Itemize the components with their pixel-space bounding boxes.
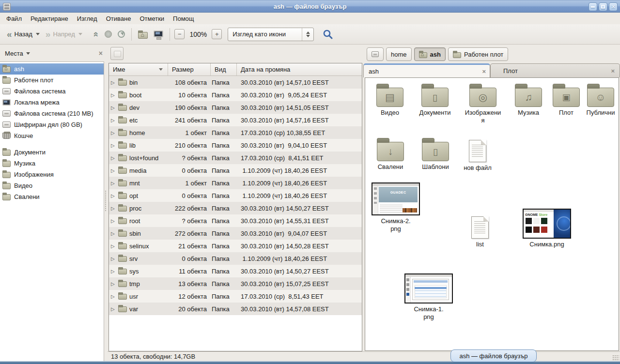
minimize-button[interactable]: [589, 2, 597, 11]
path-button-ash[interactable]: ash: [414, 47, 446, 61]
expander-icon[interactable]: ▷: [111, 143, 116, 148]
expander-icon[interactable]: ▷: [111, 118, 116, 123]
expander-icon[interactable]: ▷: [111, 206, 116, 211]
table-row[interactable]: ▷ srv 0 обекта Папка 1.10.2009 (чт) 18,4…: [109, 252, 362, 265]
menu-bookmarks[interactable]: Отметки: [135, 14, 169, 24]
home-button[interactable]: [135, 28, 151, 41]
expander-icon[interactable]: ▷: [111, 218, 116, 224]
column-header-type[interactable]: Вид: [211, 63, 237, 76]
expander-icon[interactable]: ▷: [111, 105, 116, 110]
column-header-name[interactable]: Име: [109, 63, 168, 76]
file-item-snimka-2[interactable]: GUADEC Снимка-2.png: [369, 182, 422, 233]
folder-item-video[interactable]: Видео: [371, 83, 409, 117]
expander-icon[interactable]: ▷: [111, 256, 116, 261]
expander-icon[interactable]: ▷: [111, 181, 116, 186]
maximize-button[interactable]: [599, 2, 607, 11]
table-row[interactable]: ▷ selinux 21 обекта Папка 30.03.2010 (вт…: [109, 240, 362, 252]
sidebar-item[interactable]: Работен плот: [0, 75, 104, 86]
menu-go[interactable]: Отиване: [102, 14, 136, 24]
sidebar-item[interactable]: Музика: [0, 158, 104, 169]
up-button[interactable]: «: [91, 29, 102, 40]
stop-button[interactable]: [102, 29, 115, 40]
table-row[interactable]: ▷ boot 10 обекта Папка 30.03.2010 (вт) 9…: [109, 89, 362, 101]
close-tab-icon[interactable]: ×: [611, 67, 615, 75]
path-button-home[interactable]: home: [386, 47, 412, 61]
folder-item-downloads[interactable]: Свалени: [369, 137, 412, 171]
folder-item-desktop[interactable]: Плот: [551, 83, 581, 117]
places-close-button[interactable]: ×: [99, 49, 103, 57]
column-header-size[interactable]: Размер: [168, 63, 211, 76]
file-item-new-file[interactable]: нов файл: [457, 137, 498, 172]
folder-item-documents[interactable]: Документи: [411, 83, 459, 117]
places-title[interactable]: Места: [5, 50, 23, 57]
folder-item-templates[interactable]: Шаблони: [415, 137, 456, 171]
table-row[interactable]: ▷ var 20 обекта Папка 30.03.2010 (вт) 14…: [109, 303, 362, 315]
sidebar-item[interactable]: Изображения: [0, 169, 104, 180]
tab-ash[interactable]: ash ×: [363, 63, 490, 77]
expander-icon[interactable]: ▷: [111, 269, 116, 274]
column-header-date[interactable]: Дата на промяна: [237, 63, 362, 76]
table-row[interactable]: ▷ proc 222 обекта Папка 30.03.2010 (вт) …: [109, 202, 362, 214]
expander-icon[interactable]: ▷: [111, 80, 116, 85]
table-row[interactable]: ▷ home 1 обект Папка 17.03.2010 (ср) 10,…: [109, 126, 362, 139]
sidebar-item[interactable]: Шифриран дял (80 GB): [0, 119, 104, 130]
sidebar-item[interactable]: Документи: [0, 147, 104, 158]
expander-icon[interactable]: ▷: [111, 231, 116, 236]
sidebar-splitter[interactable]: [104, 45, 108, 361]
filesystem-root-button[interactable]: [367, 47, 384, 61]
folder-item-music[interactable]: Музика: [508, 83, 549, 117]
menu-edit[interactable]: Редактиране: [26, 14, 73, 24]
expander-icon[interactable]: ▷: [111, 243, 116, 249]
expander-icon[interactable]: ▷: [111, 130, 116, 136]
computer-button[interactable]: [151, 30, 166, 39]
sidebar-item[interactable]: ash: [0, 63, 104, 75]
icon-view[interactable]: Видео Документи Изображения Музика Плот …: [365, 77, 619, 351]
tab-plot[interactable]: Плот ×: [490, 63, 620, 77]
view-mode-spinner-icon[interactable]: [302, 28, 313, 41]
sidebar-item[interactable]: Файлова система (210 MB): [0, 108, 104, 119]
sidebar-item[interactable]: Свалени: [0, 191, 104, 202]
expander-icon[interactable]: ▷: [111, 92, 116, 98]
tree-panel-button[interactable]: [110, 47, 124, 60]
folder-item-images[interactable]: Изображения: [460, 83, 506, 125]
expander-icon[interactable]: ▷: [111, 193, 116, 198]
path-button-desktop[interactable]: Работен плот: [448, 47, 508, 61]
table-row[interactable]: ▷ bin 108 обекта Папка 30.03.2010 (вт) 1…: [109, 76, 362, 89]
back-button[interactable]: « Назад: [4, 29, 43, 40]
sidebar-item[interactable]: Видео: [0, 180, 104, 191]
sidebar-item[interactable]: Файлова система: [0, 86, 104, 97]
table-row[interactable]: ▷ usr 12 обекта Папка 17.03.2010 (ср) 8,…: [109, 290, 362, 303]
menu-file[interactable]: Файл: [2, 14, 26, 24]
table-row[interactable]: ▷ etc 241 обекта Папка 30.03.2010 (вт) 1…: [109, 114, 362, 126]
table-row[interactable]: ▷ dev 190 обекта Папка 30.03.2010 (вт) 1…: [109, 101, 362, 114]
table-row[interactable]: ▷ lib 210 обекта Папка 30.03.2010 (вт) 9…: [109, 139, 362, 152]
search-button[interactable]: [321, 27, 335, 42]
back-dropdown-icon[interactable]: [36, 33, 40, 35]
expander-icon[interactable]: ▷: [111, 155, 116, 161]
table-row[interactable]: ▷ opt 0 обекта Папка 1.10.2009 (чт) 18,4…: [109, 189, 362, 202]
window-list-button[interactable]: ash — файлов браузър: [450, 349, 537, 362]
sidebar-item[interactable]: Локална мрежа: [0, 97, 104, 108]
menu-view[interactable]: Изглед: [73, 14, 102, 24]
table-row[interactable]: ▷ tmp 13 обекта Папка 30.03.2010 (вт) 15…: [109, 277, 362, 290]
close-button[interactable]: ✕: [609, 2, 618, 11]
file-item-snimka[interactable]: GNOME Store Снимка.png: [520, 209, 574, 248]
table-row[interactable]: ▷ sys 11 обекта Папка 30.03.2010 (вт) 14…: [109, 265, 362, 277]
sidebar-item[interactable]: Кошче: [0, 130, 104, 141]
resize-grip-icon[interactable]: [612, 355, 619, 361]
menu-help[interactable]: Помощ: [169, 14, 198, 24]
expander-icon[interactable]: ▷: [111, 294, 116, 299]
forward-button[interactable]: » Напред: [43, 29, 85, 40]
table-row[interactable]: ▷ mnt 1 обект Папка 1.10.2009 (чт) 18,40…: [109, 177, 362, 189]
table-row[interactable]: ▷ sbin 272 обекта Папка 30.03.2010 (вт) …: [109, 227, 362, 240]
file-item-snimka-1[interactable]: Снимка-1.png: [402, 273, 455, 321]
places-dropdown-icon[interactable]: [26, 52, 30, 55]
expander-icon[interactable]: ▷: [111, 168, 116, 173]
view-mode-select[interactable]: Изглед като икони: [228, 28, 314, 41]
titlebar[interactable]: ash — файлов браузър ✕: [0, 0, 620, 13]
file-item-list[interactable]: list: [466, 213, 494, 248]
zoom-in-button[interactable]: +: [212, 29, 222, 39]
expander-icon[interactable]: ▷: [111, 281, 116, 287]
table-row[interactable]: ▷ root ? обекта Папка 30.03.2010 (вт) 14…: [109, 214, 362, 227]
folder-item-public[interactable]: Публични: [582, 83, 619, 117]
